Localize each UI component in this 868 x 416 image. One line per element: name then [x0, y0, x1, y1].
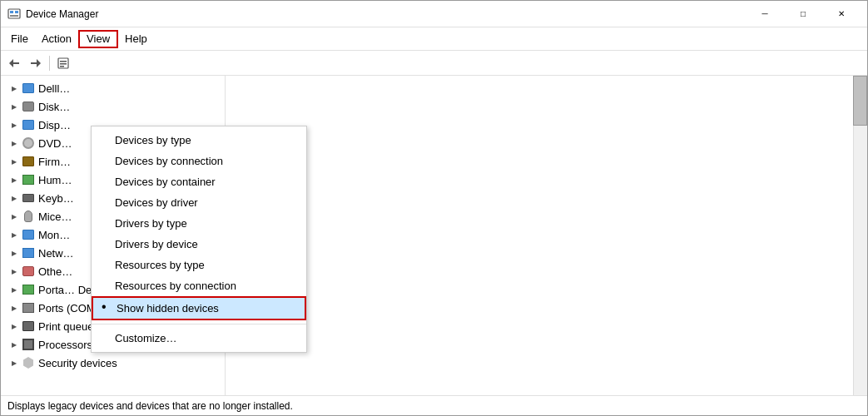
expand-icon-firmware[interactable]: ▶	[7, 155, 21, 168]
svg-rect-7	[31, 62, 37, 64]
tree-label-dell: Delll…	[38, 82, 70, 95]
icon-processors	[21, 338, 36, 351]
icon-security	[21, 356, 36, 369]
icon-mice	[21, 210, 36, 223]
icon-firmware	[21, 155, 36, 168]
expand-icon-other[interactable]: ▶	[7, 265, 21, 278]
tree-label-network: Netw…	[38, 247, 74, 260]
svg-rect-5	[12, 62, 19, 64]
icon-print-queues	[21, 319, 36, 333]
app-icon	[7, 7, 21, 21]
menu-item-drivers-by-type[interactable]: Drivers by type	[92, 213, 306, 234]
back-button[interactable]	[4, 53, 24, 73]
tree-label-processors: Processors	[38, 339, 92, 351]
expand-icon-portable[interactable]: ▶	[7, 283, 21, 296]
tree-label-other: Othe…	[38, 265, 72, 278]
statusbar: Displays legacy devices and devices that…	[1, 395, 867, 415]
svg-rect-10	[60, 63, 67, 65]
icon-disk	[21, 100, 36, 113]
tree-label-firmware: Firm…	[38, 156, 71, 168]
expand-icon-disk[interactable]: ▶	[7, 100, 21, 113]
tree-label-security: Security devices	[38, 357, 117, 369]
toolbar-separator	[49, 56, 50, 71]
tree-label-monitors: Mon…	[38, 229, 70, 241]
tree-item-security[interactable]: ▶ Security devices	[1, 354, 225, 372]
tree-label-display: Disp…	[38, 119, 71, 131]
tree-label-human: Hum…	[38, 174, 72, 186]
svg-rect-3	[10, 15, 18, 17]
menu-file[interactable]: File	[4, 30, 35, 48]
svg-rect-2	[15, 11, 18, 13]
menubar: File Action View Help	[1, 27, 867, 51]
icon-network	[21, 246, 36, 260]
window-controls: ─ □ ✕	[746, 1, 861, 27]
status-text: Displays legacy devices and devices that…	[7, 400, 293, 412]
expand-icon-mice[interactable]: ▶	[7, 210, 21, 223]
menu-item-resources-by-connection[interactable]: Resources by connection	[92, 275, 306, 296]
icon-keyboard	[21, 191, 36, 205]
icon-monitors	[21, 228, 36, 241]
menu-item-devices-by-connection[interactable]: Devices by connection	[92, 151, 306, 171]
expand-icon-monitors[interactable]: ▶	[7, 228, 21, 241]
menu-item-resources-by-type[interactable]: Resources by type	[92, 255, 306, 275]
icon-ports	[21, 301, 36, 314]
tree-item-dell[interactable]: ▶ Delll…	[1, 79, 225, 97]
expand-icon-ports[interactable]: ▶	[7, 301, 21, 314]
tree-label-keyboard: Keyb…	[38, 192, 74, 205]
tree-item-disk[interactable]: ▶ Disk…	[1, 97, 225, 116]
expand-icon-processors[interactable]: ▶	[7, 338, 21, 351]
svg-rect-9	[60, 61, 67, 62]
device-manager-window: Device Manager ─ □ ✕ File Action View He…	[0, 0, 868, 416]
svg-rect-0	[8, 9, 20, 18]
icon-dell	[21, 82, 36, 95]
expand-icon-dell[interactable]: ▶	[7, 82, 21, 95]
minimize-button[interactable]: ─	[746, 1, 784, 27]
scrollbar-track[interactable]	[853, 76, 867, 395]
tree-label-dvd: DVD…	[38, 137, 72, 150]
icon-dvd	[21, 136, 36, 150]
menu-view[interactable]: View	[78, 30, 118, 48]
icon-human	[21, 173, 36, 186]
menu-help[interactable]: Help	[118, 30, 154, 48]
tree-label-mice: Mice…	[38, 210, 72, 223]
svg-rect-11	[60, 66, 64, 67]
expand-icon-network[interactable]: ▶	[7, 246, 21, 260]
expand-icon-keyboard[interactable]: ▶	[7, 191, 21, 205]
view-dropdown-menu: Devices by type Devices by connection De…	[91, 126, 307, 353]
menu-action[interactable]: Action	[35, 30, 78, 48]
scrollbar-thumb[interactable]	[853, 76, 867, 126]
expand-icon-print-queues[interactable]: ▶	[7, 319, 21, 333]
maximize-button[interactable]: □	[784, 1, 822, 27]
toolbar	[1, 51, 867, 76]
icon-display	[21, 118, 36, 131]
menu-item-drivers-by-device[interactable]: Drivers by device	[92, 234, 306, 255]
main-area: ▶ Delll… ▶ Disk… ▶ Disp… ▶ DVD… ▶	[1, 76, 867, 395]
menu-separator	[92, 324, 306, 324]
tree-label-disk: Disk…	[38, 101, 70, 113]
titlebar: Device Manager ─ □ ✕	[1, 1, 867, 27]
forward-button[interactable]	[26, 53, 46, 73]
menu-item-show-hidden-devices[interactable]: Show hidden devices	[92, 296, 306, 320]
menu-item-customize[interactable]: Customize…	[92, 328, 306, 349]
expand-icon-dvd[interactable]: ▶	[7, 136, 21, 150]
window-title: Device Manager	[26, 8, 746, 20]
icon-other	[21, 265, 36, 278]
icon-portable	[21, 283, 36, 296]
menu-item-devices-by-type[interactable]: Devices by type	[92, 130, 306, 151]
expand-icon-display[interactable]: ▶	[7, 118, 21, 131]
svg-rect-1	[10, 11, 13, 13]
menu-item-devices-by-driver[interactable]: Devices by driver	[92, 192, 306, 213]
close-button[interactable]: ✕	[822, 1, 861, 27]
menu-item-devices-by-container[interactable]: Devices by container	[92, 171, 306, 192]
properties-button[interactable]	[53, 53, 73, 73]
content-panel	[226, 76, 867, 395]
expand-icon-human[interactable]: ▶	[7, 173, 21, 186]
expand-icon-security[interactable]: ▶	[7, 356, 21, 369]
